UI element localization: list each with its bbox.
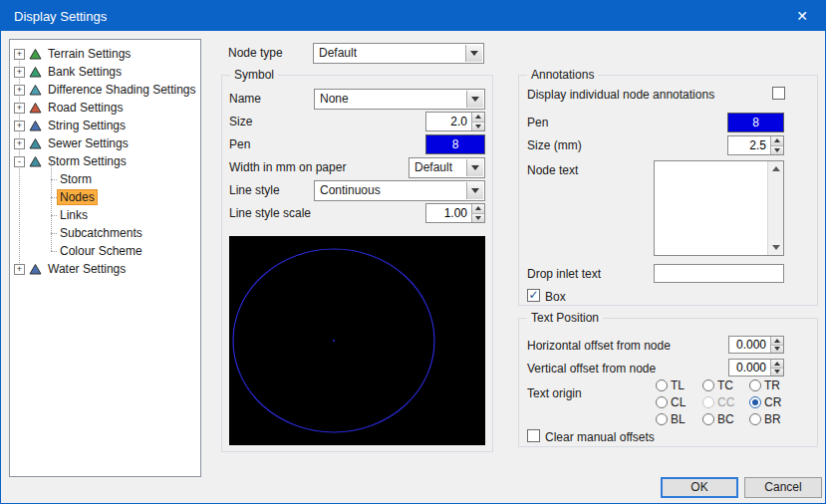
tree-item-water-settings[interactable]: + Water Settings (10, 260, 200, 278)
box-checkbox[interactable] (527, 289, 540, 302)
node-type-label: Node type (228, 46, 283, 60)
drop-inlet-input[interactable] (655, 265, 783, 282)
tree-expander-icon[interactable]: + (14, 264, 25, 275)
spin-down-icon[interactable] (472, 213, 484, 223)
tree-item-sewer-settings[interactable]: + Sewer Settings (10, 134, 200, 152)
text-origin-option-tr[interactable]: TR (749, 377, 796, 393)
text-origin-option-bc[interactable]: BC (702, 410, 749, 427)
spin-down-icon[interactable] (771, 145, 783, 155)
tree-expander-icon[interactable]: + (14, 49, 25, 60)
text-origin-option-tc[interactable]: TC (702, 377, 749, 393)
ok-button[interactable]: OK (661, 477, 738, 498)
text-origin-option-cr[interactable]: CR (749, 393, 796, 410)
close-button[interactable]: ✕ (779, 1, 825, 31)
text-origin-option-tl[interactable]: TL (656, 377, 702, 393)
node-text-input[interactable] (655, 161, 767, 255)
horizontal-offset-spinner (770, 337, 783, 353)
node-text-area[interactable] (654, 160, 784, 256)
scroll-down-icon[interactable] (768, 240, 783, 255)
tree-item-difference-shading-settings[interactable]: + Difference Shading Settings (10, 81, 200, 99)
drop-inlet-field[interactable] (654, 264, 784, 283)
annotation-size-field[interactable] (727, 135, 784, 155)
storm-icon (29, 155, 42, 168)
tree-item-string-settings[interactable]: + String Settings (10, 117, 200, 134)
annotation-size-label: Size (mm) (527, 138, 582, 152)
titlebar[interactable]: Display Settings ✕ (1, 1, 825, 31)
dropdown-arrow-icon[interactable] (465, 45, 482, 62)
spin-up-icon[interactable] (472, 204, 484, 213)
box-label: Box (545, 290, 566, 304)
text-position-group-title: Text Position (527, 311, 603, 325)
cancel-button[interactable]: Cancel (744, 477, 822, 498)
radio-selected-icon (749, 396, 761, 408)
clear-manual-offsets-checkbox[interactable] (527, 429, 540, 442)
tree-item-road-settings[interactable]: + Road Settings (10, 99, 200, 117)
tree-item-label: Water Settings (46, 262, 128, 276)
vertical-offset-spinner (770, 360, 783, 376)
vertical-offset-label: Vertical offset from node (527, 362, 656, 376)
annotation-pen-field[interactable]: 8 (727, 113, 784, 132)
tree-expander-icon[interactable]: - (14, 156, 25, 167)
symbol-pen-value: 8 (452, 137, 459, 151)
dropdown-arrow-icon[interactable] (466, 182, 483, 199)
spin-down-icon[interactable] (771, 368, 783, 377)
tree-expander-icon[interactable]: + (14, 103, 25, 114)
tree-item-label: Road Settings (46, 101, 125, 115)
symbol-size-input[interactable] (426, 113, 470, 130)
vertical-offset-input[interactable] (729, 360, 769, 376)
tree-item-colour-scheme[interactable]: Colour Scheme (10, 242, 200, 260)
symbol-width-select[interactable]: Default (409, 157, 485, 178)
spin-down-icon[interactable] (472, 122, 484, 131)
symbol-preview (229, 236, 485, 445)
vertical-offset-field[interactable] (728, 359, 784, 377)
tree-item-terrain-settings[interactable]: + Terrain Settings (10, 45, 200, 63)
radio-icon (702, 379, 714, 391)
spin-down-icon[interactable] (771, 345, 783, 354)
tree-expander-icon[interactable]: + (14, 67, 25, 78)
radio-icon (749, 379, 761, 391)
tree-expander-icon[interactable]: + (14, 121, 25, 131)
annotation-size-input[interactable] (728, 136, 769, 154)
spin-up-icon[interactable] (771, 136, 783, 145)
display-individual-checkbox[interactable] (772, 87, 785, 100)
tree-item-label: Sewer Settings (46, 136, 131, 150)
text-origin-option-br[interactable]: BR (749, 410, 796, 427)
display-individual-label: Display individual node annotations (527, 88, 714, 102)
text-origin-option-cl[interactable]: CL (656, 393, 702, 410)
symbol-pen-field[interactable]: 8 (425, 134, 485, 154)
symbol-size-spinner (471, 113, 484, 130)
spin-up-icon[interactable] (771, 360, 783, 368)
tree-item-label: Bank Settings (46, 65, 124, 79)
dropdown-arrow-icon[interactable] (466, 159, 483, 176)
symbol-size-field[interactable] (425, 112, 485, 131)
tree-item-subcatchments[interactable]: Subcatchments (10, 224, 200, 242)
spin-up-icon[interactable] (472, 113, 484, 122)
tree-item-bank-settings[interactable]: + Bank Settings (10, 63, 200, 81)
scroll-up-icon[interactable] (768, 161, 783, 176)
line-style-scale-input[interactable] (426, 204, 470, 222)
radio-icon (656, 413, 668, 425)
line-style-select[interactable]: Continuous (314, 180, 485, 201)
radio-icon (656, 396, 668, 408)
node-text-scrollbar[interactable] (767, 161, 783, 255)
difference-shading-icon (29, 84, 42, 97)
dropdown-arrow-icon[interactable] (466, 91, 483, 108)
tree-expander-icon[interactable]: + (14, 85, 25, 96)
tree-item-label: Difference Shading Settings (46, 83, 198, 97)
line-style-scale-field[interactable] (425, 203, 485, 223)
tree-item-storm[interactable]: Storm (10, 170, 200, 188)
text-origin-option-bl[interactable]: BL (656, 410, 702, 427)
window-title: Display Settings (14, 9, 107, 24)
symbol-name-select[interactable]: None (314, 89, 485, 110)
line-style-label: Line style (229, 183, 280, 197)
node-type-select[interactable]: Default (313, 43, 484, 64)
symbol-name-label: Name (229, 92, 261, 106)
tree-item-storm-settings[interactable]: - Storm Settings (10, 152, 200, 170)
horizontal-offset-field[interactable] (728, 336, 784, 354)
horizontal-offset-input[interactable] (729, 337, 769, 353)
tree-expander-icon[interactable]: + (14, 138, 25, 149)
spin-up-icon[interactable] (771, 337, 783, 345)
tree-item-links[interactable]: Links (10, 206, 200, 224)
radio-icon (702, 413, 714, 425)
tree-item-nodes[interactable]: Nodes (10, 188, 200, 206)
